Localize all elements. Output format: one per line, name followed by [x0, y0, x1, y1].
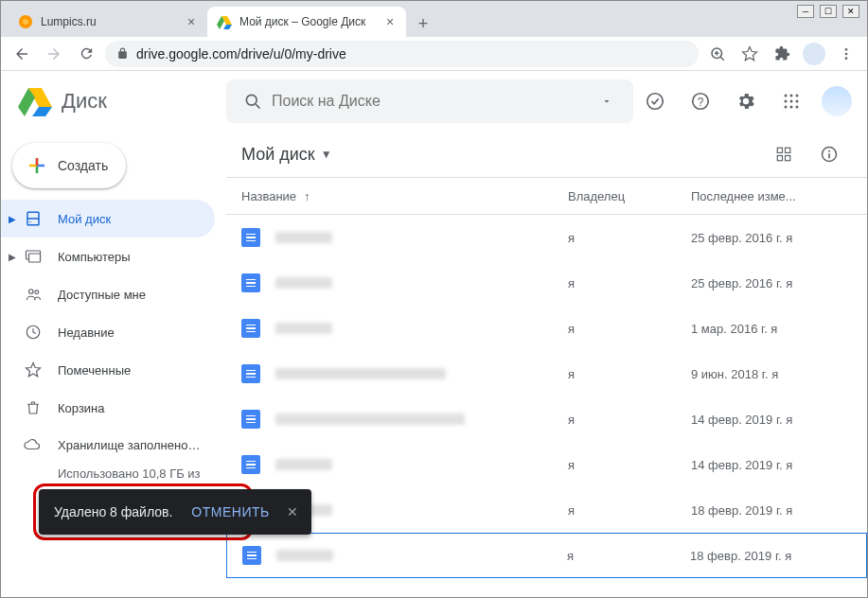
search-options-icon[interactable] [588, 96, 626, 107]
file-owner: я [568, 322, 691, 336]
reload-button[interactable] [73, 41, 99, 67]
storage-usage: Использовано 10,8 ГБ из [24, 466, 204, 481]
bookmark-star-icon[interactable] [736, 41, 763, 67]
table-row[interactable]: я18 февр. 2019 г. я [226, 487, 867, 533]
svg-rect-40 [786, 148, 790, 152]
details-info-icon[interactable] [810, 135, 848, 173]
breadcrumb[interactable]: Мой диск ▼ [241, 145, 332, 165]
storage-header[interactable]: Хранилище заполнено н... [24, 436, 204, 453]
svg-point-26 [785, 106, 788, 109]
shared-icon [24, 285, 43, 304]
table-header: Название ↑ Владелец Последнее изме... [226, 177, 867, 215]
profile-avatar-icon[interactable] [801, 41, 827, 67]
sidebar-item-shared[interactable]: Доступные мне [1, 275, 215, 313]
search-input[interactable] [272, 93, 588, 110]
docs-file-icon [241, 273, 260, 292]
support-icon[interactable]: ? [682, 82, 719, 120]
close-toast-icon[interactable]: ✕ [281, 504, 304, 519]
table-row[interactable]: я1 мар. 2016 г. я [226, 306, 867, 351]
file-owner: я [568, 367, 691, 381]
apps-grid-icon[interactable] [772, 82, 810, 120]
close-tab-icon[interactable]: × [185, 15, 198, 28]
sidebar-item-trash[interactable]: Корзина [1, 389, 215, 427]
zoom-indicator-icon[interactable] [704, 41, 731, 67]
browser-tab-drive[interactable]: Мой диск – Google Диск × [207, 7, 406, 37]
drive-logo[interactable]: Диск [16, 82, 226, 120]
svg-point-28 [796, 106, 799, 109]
table-row[interactable]: я14 февр. 2019 г. я [226, 442, 867, 487]
tab-title: Мой диск – Google Диск [239, 15, 378, 28]
breadcrumb-label: Мой диск [241, 145, 315, 165]
account-avatar[interactable] [822, 86, 852, 116]
star-icon [24, 361, 43, 379]
file-owner: я [568, 503, 691, 518]
column-owner-header[interactable]: Владелец [568, 189, 691, 203]
sidebar-item-my-drive[interactable]: ▶ Мой диск [1, 200, 215, 237]
nav-label: Помеченные [58, 363, 204, 378]
ready-offline-icon[interactable] [636, 82, 674, 120]
table-row[interactable]: я14 февр. 2019 г. я [226, 396, 867, 442]
sidebar-item-computers[interactable]: ▶ Компьютеры [1, 237, 215, 275]
url-text: drive.google.com/drive/u/0/my-drive [136, 46, 687, 62]
svg-text:?: ? [698, 96, 704, 109]
table-row[interactable]: я18 февр. 2019 г. я [226, 533, 867, 578]
svg-point-17 [647, 94, 664, 110]
toast-notification: Удалено 8 файлов. ОТМЕНИТЬ ✕ [39, 489, 311, 535]
docs-file-icon [241, 364, 260, 383]
svg-point-10 [845, 52, 848, 55]
svg-line-16 [256, 104, 259, 108]
undo-button[interactable]: ОТМЕНИТЬ [191, 504, 269, 519]
docs-file-icon [242, 546, 261, 565]
svg-point-24 [790, 100, 793, 103]
close-window-button[interactable]: ✕ [842, 5, 859, 18]
sidebar-item-recent[interactable]: Недавние [1, 313, 215, 351]
svg-rect-41 [777, 156, 782, 161]
file-name [276, 550, 567, 561]
window-controls: ─ ☐ ✕ [797, 5, 859, 18]
layout-grid-icon[interactable] [765, 135, 803, 173]
search-bar[interactable] [226, 79, 633, 123]
favicon-drive-icon [217, 14, 232, 29]
trash-icon [24, 398, 43, 417]
file-name [275, 368, 568, 379]
chrome-menu-icon[interactable] [833, 41, 859, 67]
url-field[interactable]: drive.google.com/drive/u/0/my-drive [105, 41, 699, 67]
chevron-right-icon: ▶ [9, 214, 16, 224]
table-row[interactable]: я9 июн. 2018 г. я [226, 351, 867, 396]
file-modified: 25 февр. 2016 г. я [691, 231, 852, 245]
file-owner: я [568, 413, 691, 427]
table-row[interactable]: я25 февр. 2016 г. я [226, 215, 867, 260]
drive-header: Диск ? [1, 71, 867, 132]
nav-label: Компьютеры [58, 250, 204, 264]
forward-button[interactable] [41, 41, 67, 67]
table-row[interactable]: я25 февр. 2016 г. я [226, 260, 867, 306]
close-tab-icon[interactable]: × [383, 15, 397, 28]
file-name [275, 323, 568, 334]
maximize-button[interactable]: ☐ [820, 5, 837, 18]
svg-point-21 [790, 95, 793, 97]
back-button[interactable] [9, 41, 35, 67]
settings-gear-icon[interactable] [727, 82, 765, 120]
nav-label: Доступные мне [58, 288, 204, 302]
favicon-orange-icon [18, 14, 33, 29]
file-name [275, 232, 568, 243]
column-modified-header[interactable]: Последнее изме... [691, 189, 852, 203]
address-bar: drive.google.com/drive/u/0/my-drive [1, 37, 867, 71]
svg-rect-35 [29, 254, 41, 262]
create-button[interactable]: Создать [12, 143, 126, 188]
nav-label: Мой диск [58, 212, 204, 226]
docs-file-icon [241, 319, 260, 338]
minimize-button[interactable]: ─ [797, 5, 814, 18]
file-modified: 25 февр. 2016 г. я [691, 276, 852, 290]
browser-tab-lumpics[interactable]: Lumpics.ru × [9, 7, 207, 37]
new-tab-button[interactable]: + [410, 10, 436, 37]
column-name-header[interactable]: Название ↑ [241, 189, 568, 203]
svg-point-23 [785, 100, 788, 103]
file-name [275, 413, 568, 425]
svg-marker-3 [223, 25, 232, 29]
extensions-icon[interactable] [769, 41, 795, 67]
plus-icon [26, 154, 48, 177]
sidebar-item-starred[interactable]: Помеченные [1, 351, 215, 389]
lock-icon [116, 47, 129, 60]
file-name [275, 277, 568, 289]
